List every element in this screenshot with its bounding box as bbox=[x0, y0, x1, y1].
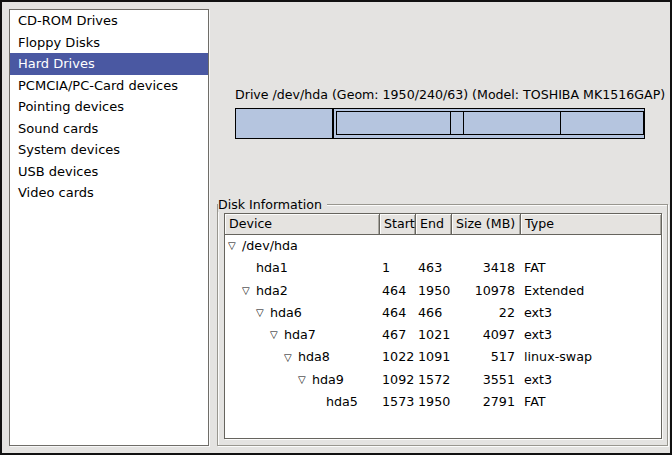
type-cell: Extended bbox=[521, 280, 661, 302]
size-cell: 22 bbox=[452, 302, 521, 324]
device-label: hda2 bbox=[256, 280, 288, 302]
start-cell: 1092 bbox=[380, 369, 416, 391]
partition-segment-hda1 bbox=[236, 109, 334, 138]
drive-title: Drive /dev/hda (Geom: 1950/240/63) (Mode… bbox=[235, 87, 645, 102]
table-row-hda9[interactable]: ▽hda9109215723551ext3 bbox=[225, 369, 661, 391]
size-cell: 3418 bbox=[452, 257, 521, 279]
device-cell: hda5 bbox=[225, 391, 380, 413]
device-label: hda5 bbox=[326, 391, 358, 413]
start-cell: 1022 bbox=[380, 346, 416, 368]
tree-indent bbox=[228, 290, 242, 291]
type-cell: FAT bbox=[521, 257, 661, 279]
start-cell: 467 bbox=[380, 324, 416, 346]
size-cell: 10978 bbox=[452, 280, 521, 302]
start-cell bbox=[380, 235, 416, 257]
device-label: /dev/hda bbox=[242, 235, 298, 257]
sidebar-item-cd-rom-drives[interactable]: CD-ROM Drives bbox=[10, 10, 208, 32]
start-cell: 464 bbox=[380, 302, 416, 324]
table-row-hda6[interactable]: ▽hda646446622ext3 bbox=[225, 302, 661, 324]
device-cell: ▽hda6 bbox=[225, 302, 380, 324]
tree-indent bbox=[228, 357, 284, 358]
partition-bar bbox=[235, 108, 645, 139]
sidebar-item-floppy-disks[interactable]: Floppy Disks bbox=[10, 32, 208, 54]
table-row-hda8[interactable]: ▽hda810221091517linux-swap bbox=[225, 346, 661, 368]
table-row-hda2[interactable]: ▽hda2464195010978Extended bbox=[225, 280, 661, 302]
tree-indent bbox=[228, 313, 256, 314]
device-label: hda9 bbox=[312, 369, 344, 391]
type-cell: ext3 bbox=[521, 324, 661, 346]
group-title: Disk Information bbox=[218, 197, 327, 212]
end-cell: 463 bbox=[416, 257, 452, 279]
tree-expander-icon[interactable]: ▽ bbox=[270, 330, 284, 340]
column-header-end[interactable]: End bbox=[416, 214, 452, 235]
tree-indent bbox=[228, 402, 312, 403]
end-cell: 1572 bbox=[416, 369, 452, 391]
logical-partition-divider bbox=[560, 112, 561, 134]
device-cell: ▽hda9 bbox=[225, 369, 380, 391]
logical-partition-divider bbox=[463, 112, 464, 134]
size-cell: 2791 bbox=[452, 391, 521, 413]
start-cell: 464 bbox=[380, 280, 416, 302]
end-cell bbox=[416, 235, 452, 257]
type-cell bbox=[521, 235, 661, 257]
size-cell: 517 bbox=[452, 346, 521, 368]
tree-indent bbox=[228, 335, 270, 336]
device-cell: ▽/dev/hda bbox=[225, 235, 380, 257]
end-cell: 1021 bbox=[416, 324, 452, 346]
size-cell: 4097 bbox=[452, 324, 521, 346]
sidebar-item-pcmcia-pc-card-devices[interactable]: PCMCIA/PC-Card devices bbox=[10, 75, 208, 97]
table-row-hda7[interactable]: ▽hda746710214097ext3 bbox=[225, 324, 661, 346]
tree-indent bbox=[228, 268, 242, 269]
size-cell: 3551 bbox=[452, 369, 521, 391]
end-cell: 1091 bbox=[416, 346, 452, 368]
column-header-device[interactable]: Device bbox=[225, 214, 380, 235]
device-label: hda1 bbox=[256, 257, 288, 279]
tree-expander-icon[interactable]: ▽ bbox=[228, 241, 242, 251]
end-cell: 1950 bbox=[416, 280, 452, 302]
tree-expander-icon[interactable]: ▽ bbox=[242, 286, 256, 296]
device-label: hda8 bbox=[298, 346, 330, 368]
tree-expander-icon[interactable]: ▽ bbox=[298, 375, 312, 385]
sidebar-item-system-devices[interactable]: System devices bbox=[10, 139, 208, 161]
type-cell: linux-swap bbox=[521, 346, 661, 368]
hardware-browser-window: CD-ROM DrivesFloppy DisksHard DrivesPCMC… bbox=[0, 0, 672, 455]
device-label: hda6 bbox=[270, 302, 302, 324]
start-cell: 1573 bbox=[380, 391, 416, 413]
sidebar-item-pointing-devices[interactable]: Pointing devices bbox=[10, 96, 208, 118]
tree-expander-icon[interactable]: ▽ bbox=[284, 353, 298, 363]
logical-partition-divider bbox=[450, 112, 451, 134]
disk-information-group: Disk Information DeviceStartEndSize (MB)… bbox=[217, 204, 668, 446]
type-cell: ext3 bbox=[521, 302, 661, 324]
tree-indent bbox=[228, 379, 298, 380]
table-row-hda5[interactable]: hda5157319502791FAT bbox=[225, 391, 661, 413]
sidebar-item-sound-cards[interactable]: Sound cards bbox=[10, 118, 208, 140]
table-row--dev-hda[interactable]: ▽/dev/hda bbox=[225, 235, 661, 257]
table-row-hda1[interactable]: hda114633418FAT bbox=[225, 257, 661, 279]
type-cell: FAT bbox=[521, 391, 661, 413]
table-body: ▽/dev/hdahda114633418FAT▽hda246419501097… bbox=[225, 235, 661, 413]
device-category-list[interactable]: CD-ROM DrivesFloppy DisksHard DrivesPCMC… bbox=[9, 9, 209, 446]
device-cell: ▽hda8 bbox=[225, 346, 380, 368]
start-cell: 1 bbox=[380, 257, 416, 279]
sidebar-item-usb-devices[interactable]: USB devices bbox=[10, 161, 208, 183]
device-cell: hda1 bbox=[225, 257, 380, 279]
sidebar-item-hard-drives[interactable]: Hard Drives bbox=[10, 53, 208, 75]
device-label: hda7 bbox=[284, 324, 316, 346]
size-cell bbox=[452, 235, 521, 257]
column-header-size-mb-[interactable]: Size (MB) bbox=[452, 214, 521, 235]
tree-expander-icon[interactable]: ▽ bbox=[256, 308, 270, 318]
device-cell: ▽hda2 bbox=[225, 280, 380, 302]
device-cell: ▽hda7 bbox=[225, 324, 380, 346]
end-cell: 466 bbox=[416, 302, 452, 324]
partition-segment-hda2-extended bbox=[336, 111, 644, 135]
end-cell: 1950 bbox=[416, 391, 452, 413]
type-cell: ext3 bbox=[521, 369, 661, 391]
column-header-type[interactable]: Type bbox=[521, 214, 661, 235]
disk-table: DeviceStartEndSize (MB)Type ▽/dev/hdahda… bbox=[224, 213, 662, 439]
column-header-start[interactable]: Start bbox=[380, 214, 416, 235]
table-header-row: DeviceStartEndSize (MB)Type bbox=[225, 214, 661, 235]
sidebar-item-video-cards[interactable]: Video cards bbox=[10, 182, 208, 204]
